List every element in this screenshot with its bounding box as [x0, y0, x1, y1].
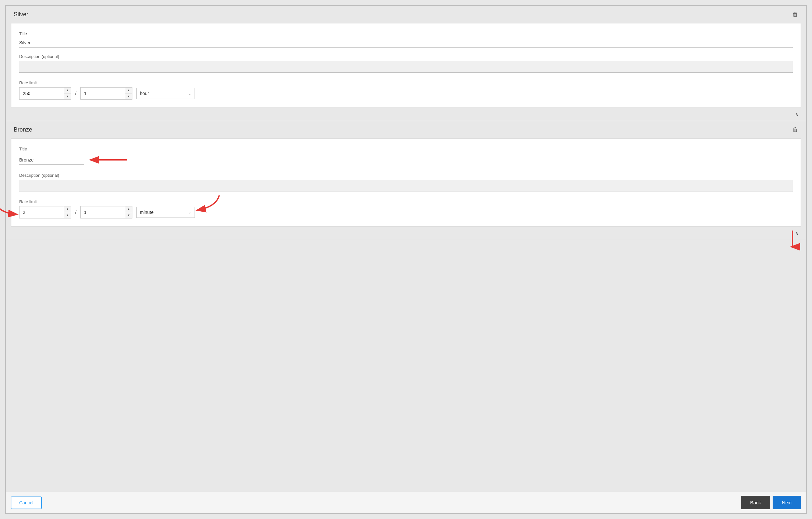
bronze-section-footer: ∧ [6, 227, 806, 240]
bronze-period-numerator-input[interactable] [81, 207, 125, 218]
silver-numerator-down[interactable]: ▼ [125, 93, 132, 99]
silver-period-numerator-input[interactable] [81, 88, 125, 99]
bronze-rate-input-wrapper: ▲ ▼ [19, 206, 71, 218]
silver-rate-limit-label: Rate limit [19, 80, 793, 85]
bronze-section-content: Title Description (opt [11, 138, 801, 227]
silver-period-select[interactable]: second minute hour day [137, 88, 195, 99]
bronze-title-arrow [88, 153, 127, 166]
silver-numerator-up[interactable]: ▲ [125, 88, 132, 93]
cancel-button[interactable]: Cancel [11, 496, 41, 509]
bronze-rate-limit-label: Rate limit [19, 199, 195, 204]
main-container: Silver 🗑 Title Description (optional) Ra… [5, 5, 807, 514]
bronze-rate-spinner: ▲ ▼ [64, 207, 71, 218]
silver-section-header: Silver 🗑 [6, 6, 806, 23]
silver-rate-input[interactable] [20, 88, 64, 99]
silver-rate-input-wrapper: ▲ ▼ [19, 87, 71, 100]
silver-rate-limit-group: Rate limit ▲ ▼ / ▲ ▼ [19, 80, 793, 100]
silver-rate-spinner: ▲ ▼ [64, 88, 71, 99]
next-arrow [786, 230, 799, 250]
next-button[interactable]: Next [773, 496, 801, 509]
bronze-rate-up[interactable]: ▲ [64, 207, 71, 212]
silver-title-input[interactable] [19, 38, 793, 48]
spacer [6, 240, 806, 492]
bronze-numerator-down[interactable]: ▼ [125, 212, 132, 218]
silver-section-footer: ∧ [6, 108, 806, 121]
bronze-description-input[interactable] [19, 180, 793, 191]
bronze-rate-input[interactable] [20, 207, 64, 218]
silver-period-select-wrapper: second minute hour day ⌄ [136, 88, 195, 99]
silver-delete-icon[interactable]: 🗑 [792, 11, 798, 18]
bronze-rate-down[interactable]: ▼ [64, 212, 71, 218]
bronze-numerator-spinner: ▲ ▼ [125, 207, 132, 218]
bronze-description-label: Description (optional) [19, 173, 793, 178]
silver-divider: / [75, 91, 77, 96]
silver-period-numerator-wrapper: ▲ ▼ [80, 87, 133, 100]
silver-section: Silver 🗑 Title Description (optional) Ra… [6, 6, 806, 121]
bronze-title-input[interactable] [19, 155, 84, 165]
silver-section-title: Silver [14, 11, 28, 18]
back-button[interactable]: Back [741, 496, 770, 509]
bronze-section-header: Bronze 🗑 [6, 121, 806, 138]
bronze-rate-limit-row: ▲ ▼ / ▲ ▼ [19, 206, 195, 218]
footer-right: Back Next [741, 496, 801, 509]
footer-bar: Cancel Back Next [6, 492, 806, 513]
bronze-period-select-wrapper: second minute hour day ⌄ [136, 207, 195, 218]
silver-collapse-icon[interactable]: ∧ [795, 112, 798, 117]
bronze-section-title: Bronze [14, 126, 32, 133]
bronze-section: Bronze 🗑 Title [6, 121, 806, 240]
silver-title-label: Title [19, 31, 793, 36]
silver-rate-up[interactable]: ▲ [64, 88, 71, 93]
silver-rate-limit-row: ▲ ▼ / ▲ ▼ second [19, 87, 793, 100]
bronze-period-select[interactable]: second minute hour day [137, 207, 195, 218]
silver-numerator-spinner: ▲ ▼ [125, 88, 132, 99]
bronze-delete-icon[interactable]: 🗑 [792, 126, 798, 133]
bronze-divider: / [75, 210, 77, 215]
bronze-period-arrow [197, 194, 223, 213]
silver-description-input[interactable] [19, 61, 793, 73]
silver-description-group: Description (optional) [19, 54, 793, 74]
silver-section-content: Title Description (optional) Rate limit … [11, 23, 801, 108]
bronze-period-numerator-wrapper: ▲ ▼ [80, 206, 133, 218]
bronze-title-label: Title [19, 146, 793, 152]
bronze-numerator-up[interactable]: ▲ [125, 207, 132, 212]
bronze-rate-arrow [0, 199, 18, 219]
silver-rate-down[interactable]: ▼ [64, 93, 71, 99]
silver-title-group: Title [19, 31, 793, 48]
silver-description-label: Description (optional) [19, 54, 793, 59]
bronze-rate-limit-group: Rate limit [19, 199, 793, 218]
bronze-title-group: Title [19, 146, 793, 166]
bronze-description-group: Description (optional) [19, 173, 793, 193]
